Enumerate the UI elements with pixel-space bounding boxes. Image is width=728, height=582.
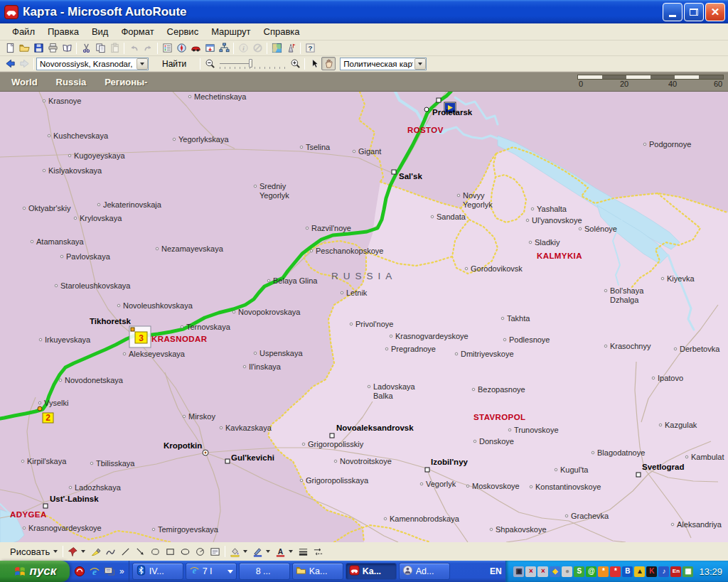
taskbar-button-8[interactable]: 8 ... (239, 563, 290, 580)
show-desktop-icon[interactable] (104, 566, 116, 578)
find-button[interactable]: Найти (154, 57, 194, 71)
draw-line-color-icon[interactable] (250, 544, 265, 559)
city-label-kavkazskaya: Kavkazskaya (225, 424, 272, 432)
draw-oval-icon[interactable] (178, 544, 193, 559)
region-item-world[interactable]: World (11, 77, 38, 87)
dropdown-arrow-icon[interactable] (81, 550, 85, 553)
tray-lang-en-icon[interactable]: En (670, 566, 681, 577)
search-combobox[interactable]: Novorossiysk, Krasnodar, Ru (36, 58, 149, 70)
route-flag-icon[interactable] (284, 41, 298, 55)
draw-fill-color-icon[interactable] (228, 544, 242, 559)
redo-icon[interactable] (141, 41, 155, 55)
print-icon[interactable] (46, 41, 60, 55)
search-input[interactable]: Novorossiysk, Krasnodar, Ru (40, 60, 135, 68)
draw-textbox-icon[interactable] (208, 544, 223, 559)
undo-icon[interactable] (127, 41, 141, 55)
back-arrow-icon[interactable] (3, 57, 17, 70)
dropdown-arrow-icon[interactable] (243, 550, 247, 553)
tray-red-flower-icon[interactable]: * (610, 566, 621, 577)
taskbar-clock[interactable]: 13:29 (699, 566, 722, 577)
close-button[interactable]: ✕ (705, 3, 725, 21)
copy-icon[interactable] (93, 41, 107, 55)
tray-sync-icon[interactable]: S (574, 566, 584, 577)
ban-icon[interactable] (250, 41, 264, 55)
zoom-in-icon[interactable] (288, 57, 302, 70)
region-item-russia[interactable]: Russia (56, 77, 87, 87)
pan-hand-icon[interactable] (321, 57, 336, 70)
folder-open-icon[interactable] (17, 41, 31, 55)
city-label-jekaterinovskaja: Jekaterinovskaja (103, 200, 162, 209)
save-icon[interactable] (31, 41, 46, 55)
tray-agent-icon[interactable]: * (598, 566, 609, 577)
menu-item-формат[interactable]: Формат (114, 24, 160, 39)
cut-icon[interactable] (79, 41, 93, 55)
taskbar-button-ka[interactable]: Ka... (346, 563, 397, 580)
start-button[interactable]: пуск (0, 561, 70, 582)
search-dropdown-icon[interactable] (136, 58, 148, 70)
menu-item-файл[interactable]: Файл (6, 24, 41, 39)
map-colored-icon[interactable] (269, 41, 284, 55)
car-route-icon[interactable] (188, 41, 203, 55)
tray-pc-error-icon[interactable]: × (525, 566, 536, 577)
tray-pc-error2-icon[interactable]: × (537, 566, 548, 577)
menu-item-маршрут[interactable]: Маршрут (205, 24, 257, 39)
tray-gray-ball-icon[interactable]: ● (562, 566, 572, 577)
legend-icon[interactable] (160, 41, 174, 55)
draw-menu-button[interactable]: Рисовать (4, 545, 60, 559)
draw-arc-icon[interactable] (193, 544, 208, 559)
page-new-icon[interactable] (3, 41, 17, 55)
draw-scribble-icon[interactable] (103, 544, 118, 559)
tray-bluetooth-icon[interactable]: B (622, 566, 633, 577)
help-icon[interactable]: ? (303, 41, 317, 55)
red-app-icon[interactable] (74, 566, 86, 578)
forward-arrow-icon[interactable] (17, 57, 31, 70)
zoom-out-icon[interactable] (203, 57, 217, 70)
language-indicator[interactable]: EN (486, 561, 505, 582)
tray-speaker-icon[interactable]: ♪ (658, 566, 669, 577)
taskbar-button-7i[interactable]: e7 I (186, 563, 237, 580)
info-icon[interactable]: i (236, 41, 250, 55)
draw-highlighter-icon[interactable] (88, 544, 103, 559)
org-tree-icon[interactable] (217, 41, 231, 55)
zoom-slider-handle[interactable] (249, 59, 252, 68)
menu-item-справка[interactable]: Справка (257, 24, 306, 39)
draw-line-width-icon[interactable] (296, 544, 311, 559)
compass-icon[interactable] (174, 41, 188, 55)
draw-rect-icon[interactable] (163, 544, 178, 559)
draw-font-color-icon[interactable]: A (273, 544, 288, 559)
menu-item-правка[interactable]: Правка (41, 24, 85, 39)
tray-kaspersky-icon[interactable]: K (646, 566, 657, 577)
tray-icq-icon[interactable]: @ (586, 566, 596, 577)
menu-item-сервис[interactable]: Сервис (161, 24, 205, 39)
ie-icon[interactable]: e (89, 566, 101, 578)
book-preview-icon[interactable] (60, 41, 74, 55)
region-item-регионы-[interactable]: Регионы- (105, 77, 147, 87)
taskbar-button-ka[interactable]: Ka... (292, 563, 343, 580)
taskbar-button-iv[interactable]: IV... (132, 563, 183, 580)
restore-button[interactable] (684, 3, 704, 21)
tray-messenger-icon[interactable]: ◆ (550, 566, 560, 577)
tray-remote-pc-icon[interactable]: ▣ (513, 566, 524, 577)
draw-line-icon[interactable] (118, 544, 133, 559)
select-cursor-icon[interactable] (307, 57, 321, 70)
map-style-combobox[interactable]: Политическая карта (340, 58, 427, 70)
map-canvas[interactable]: 32KrasnoyeMechetinskayaKushchevskayaYego… (0, 92, 728, 542)
zoom-slider[interactable] (220, 58, 285, 70)
minimize-button[interactable] (663, 3, 682, 21)
dropdown-arrow-icon[interactable] (266, 550, 270, 553)
draw-pushpin-icon[interactable] (65, 544, 80, 559)
map-style-dropdown-icon[interactable] (414, 58, 426, 70)
task-group-chevron-icon[interactable] (228, 570, 233, 573)
draw-freeform-icon[interactable] (148, 544, 163, 559)
menu-item-вид[interactable]: Вид (85, 24, 115, 39)
tray-network-icon[interactable]: ▦ (682, 566, 693, 577)
paste-icon[interactable] (107, 41, 122, 55)
window-import-icon[interactable] (203, 41, 217, 55)
taskbar-button-ad[interactable]: Ad... (399, 563, 450, 580)
draw-dash-style-icon[interactable] (311, 544, 326, 559)
dropdown-arrow-icon[interactable] (289, 550, 293, 553)
city-label-kugul-ta: Kugul'ta (560, 465, 589, 474)
quick-launch-more-chevron[interactable]: » (119, 566, 124, 576)
draw-arrow-icon[interactable] (133, 544, 148, 559)
tray-shield-icon[interactable]: ▲ (634, 566, 645, 577)
